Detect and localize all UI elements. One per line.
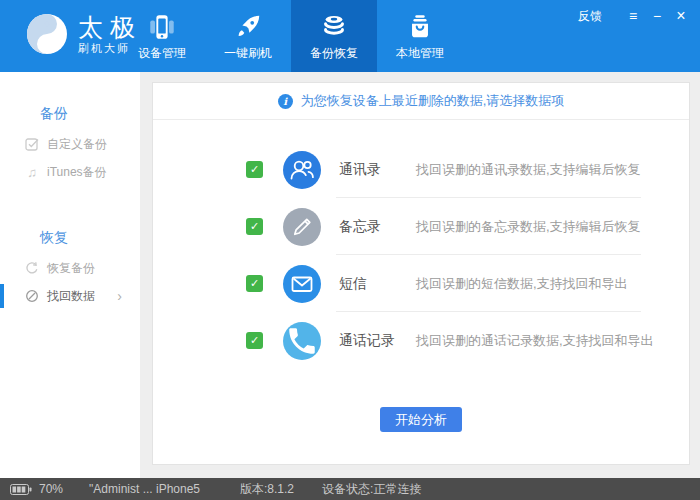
sidebar-item-recover-data[interactable]: 找回数据 › — [0, 282, 140, 310]
sidebar-item-custom-backup[interactable]: 自定义备份 — [0, 130, 140, 158]
sidebar: 备份 自定义备份 ♫ iTunes备份 恢复 恢复备份 — [0, 72, 140, 478]
circle-slash-icon — [24, 289, 40, 303]
item-description: 找回误删的短信数据,支持找回和导出 — [416, 275, 628, 293]
tab-label: 本地管理 — [396, 45, 444, 62]
sidebar-heading-backup: 备份 — [0, 102, 140, 124]
smartphone-icon — [147, 10, 177, 42]
item-label: 通话记录 — [339, 332, 395, 350]
title-bar: 太极 刷机大师 设备管理 — [0, 0, 700, 72]
database-stack-icon — [319, 10, 349, 42]
music-note-icon: ♫ — [24, 165, 40, 180]
item-label: 备忘录 — [339, 218, 381, 236]
phone-handset-icon — [283, 322, 321, 360]
sidebar-item-itunes-backup[interactable]: ♫ iTunes备份 — [0, 158, 140, 186]
device-name: "Administ ... iPhone5 — [89, 482, 200, 496]
envelope-icon — [283, 265, 321, 303]
checkbox-check-icon — [24, 137, 40, 151]
main-nav-tabs: 设备管理 一键刷机 备份恢复 — [119, 0, 463, 72]
status-bar: 70% "Administ ... iPhone5 版本:8.1.2 设备状态:… — [0, 478, 700, 500]
item-label: 通讯录 — [339, 161, 381, 179]
sms-checkbox[interactable]: ✓ — [246, 275, 263, 292]
device-status: 设备状态:正常连接 — [322, 481, 421, 498]
menu-icon[interactable]: ≡ — [624, 7, 642, 25]
item-description: 找回误删的通讯录数据,支持编辑后恢复 — [416, 161, 641, 179]
recover-data-panel: i 为您恢复设备上最近删除的数据,请选择数据项 ✓ 通讯录 找回误删的通讯录数据… — [152, 82, 690, 465]
tab-local-management[interactable]: 本地管理 — [377, 0, 463, 72]
contacts-icon — [283, 151, 321, 189]
refresh-icon — [24, 261, 40, 275]
sidebar-item-label: 找回数据 — [47, 288, 95, 305]
tab-one-click-flash[interactable]: 一键刷机 — [205, 0, 291, 72]
sidebar-item-restore-backup[interactable]: 恢复备份 — [0, 254, 140, 282]
sidebar-item-label: iTunes备份 — [47, 164, 107, 181]
notes-checkbox[interactable]: ✓ — [246, 218, 263, 235]
minimize-icon[interactable]: − — [648, 7, 666, 25]
contacts-checkbox[interactable]: ✓ — [246, 161, 263, 178]
tab-label: 一键刷机 — [224, 45, 272, 62]
info-banner: i 为您恢复设备上最近删除的数据,请选择数据项 — [153, 83, 689, 120]
chevron-right-icon: › — [117, 288, 122, 304]
main-content: i 为您恢复设备上最近删除的数据,请选择数据项 ✓ 通讯录 找回误删的通讯录数据… — [140, 72, 700, 478]
tab-device-management[interactable]: 设备管理 — [119, 0, 205, 72]
info-icon: i — [278, 94, 293, 109]
list-item-call-log: ✓ 通话记录 找回误删的通话记录数据,支持找回和导出 — [153, 312, 689, 369]
shopping-bag-icon — [405, 10, 435, 42]
firmware-version: 版本:8.1.2 — [240, 481, 294, 498]
data-type-list: ✓ 通讯录 找回误删的通讯录数据,支持编辑后恢复 ✓ — [153, 141, 689, 369]
battery-percent: 70% — [39, 482, 63, 496]
tab-label: 备份恢复 — [310, 45, 358, 62]
sidebar-item-label: 自定义备份 — [47, 136, 107, 153]
call-log-checkbox[interactable]: ✓ — [246, 332, 263, 349]
tab-backup-restore[interactable]: 备份恢复 — [291, 0, 377, 72]
pencil-icon — [283, 208, 321, 246]
list-item-sms: ✓ 短信 找回误删的短信数据,支持找回和导出 — [153, 255, 689, 312]
item-label: 短信 — [339, 275, 367, 293]
battery-icon — [10, 484, 32, 495]
close-icon[interactable]: × — [672, 7, 690, 25]
taiji-logo-icon — [26, 13, 68, 55]
info-banner-text: 为您恢复设备上最近删除的数据,请选择数据项 — [301, 92, 565, 110]
tab-label: 设备管理 — [138, 45, 186, 62]
item-description: 找回误删的通话记录数据,支持找回和导出 — [416, 332, 654, 350]
window-controls: 反馈 ≡ − × — [578, 7, 690, 25]
item-description: 找回误删的备忘录数据,支持编辑后恢复 — [416, 218, 641, 236]
sidebar-item-label: 恢复备份 — [47, 260, 95, 277]
sidebar-heading-restore: 恢复 — [0, 226, 140, 248]
feedback-link[interactable]: 反馈 — [578, 8, 602, 25]
list-item-notes: ✓ 备忘录 找回误删的备忘录数据,支持编辑后恢复 — [153, 198, 689, 255]
start-analysis-button[interactable]: 开始分析 — [380, 407, 462, 432]
rocket-icon — [233, 10, 263, 42]
list-item-contacts: ✓ 通讯录 找回误删的通讯录数据,支持编辑后恢复 — [153, 141, 689, 198]
